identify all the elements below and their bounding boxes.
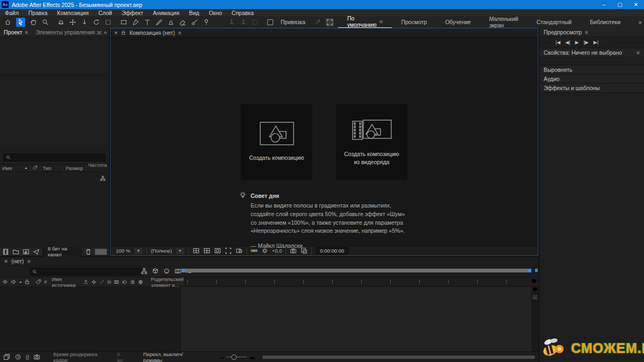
menu-view[interactable]: Вид (184, 10, 204, 16)
camera-footer-icon[interactable] (33, 353, 40, 360)
new-composition-from-footage-card[interactable]: Создать композицию из видеоряда (336, 104, 407, 180)
work-area-start-handle[interactable] (181, 269, 185, 272)
pen-tool-icon[interactable] (132, 19, 139, 26)
rectangle-tool-icon[interactable] (120, 19, 127, 26)
column-rate[interactable]: Частота ... (86, 165, 109, 172)
audio-panel-header[interactable]: Аудио (539, 75, 644, 84)
workspace-tab-standard[interactable]: Стандартный (528, 16, 581, 28)
audio-icon[interactable] (11, 279, 17, 285)
lock-icon[interactable] (121, 30, 126, 35)
text-tool-icon[interactable] (144, 19, 151, 26)
flowchart-icon[interactable] (100, 175, 106, 181)
column-number[interactable]: # (44, 279, 47, 285)
properties-panel-title[interactable]: Свойства: Ничего не выбрано (544, 49, 622, 56)
magnification-value[interactable]: 100 % (116, 248, 130, 254)
resolution-dropdown-icon[interactable]: ▾ (176, 248, 185, 254)
render-order-icon[interactable] (3, 353, 10, 360)
view-axis-icon[interactable] (252, 19, 259, 26)
column-size[interactable]: Размер (63, 165, 86, 172)
menu-help[interactable]: Справка (227, 10, 259, 16)
workspace-tab-review[interactable]: Просмотр (392, 16, 436, 28)
zoom-in-mountain-icon[interactable] (249, 353, 256, 360)
label-tag-icon[interactable] (35, 279, 41, 285)
menu-animation[interactable]: Анимация (148, 10, 184, 16)
expressions-icon[interactable]: {} (26, 354, 29, 360)
workspace-tab-small-screen[interactable]: Маленький экран (480, 16, 527, 28)
camera-tools-icon[interactable] (105, 19, 112, 26)
lock-icon[interactable] (24, 279, 30, 285)
orbit-camera-icon[interactable] (57, 19, 64, 26)
comp-tab-close-icon[interactable]: × (114, 29, 118, 36)
paper-plane-icon[interactable] (33, 248, 40, 255)
column-source-name[interactable]: Имя источника (50, 277, 78, 286)
selection-tool[interactable] (16, 18, 25, 27)
local-axis-icon[interactable] (228, 19, 235, 26)
comp-panel-menu-icon[interactable]: ≡ (178, 30, 181, 36)
solo-icon[interactable]: ● (19, 280, 21, 284)
hand-tool-icon[interactable] (30, 19, 37, 26)
rotation-tool-icon[interactable] (93, 19, 100, 26)
menu-effect[interactable]: Эффект (117, 10, 148, 16)
next-frame-icon[interactable]: |▶ (583, 40, 588, 45)
stamp-tool-icon[interactable] (167, 19, 174, 26)
home-icon[interactable] (4, 19, 11, 26)
workspace-overflow[interactable]: » (630, 16, 644, 28)
quality-switch-icon[interactable] (99, 279, 105, 285)
workspace-tab-libraries[interactable]: Библиотеки (581, 16, 630, 28)
timeline-zoom-slider[interactable] (220, 353, 256, 360)
first-frame-icon[interactable]: |◀ (555, 40, 560, 45)
scroll-marker-icon[interactable] (532, 287, 538, 292)
expand-icon[interactable] (326, 18, 334, 26)
project-item-list[interactable] (0, 172, 109, 247)
render-time-icon[interactable] (14, 353, 21, 360)
zoom-knob[interactable] (231, 354, 237, 360)
menu-composition[interactable]: Композиция (52, 10, 93, 16)
frame-blending-icon[interactable] (174, 268, 181, 275)
eye-icon[interactable] (2, 279, 8, 285)
interpret-footage-icon[interactable] (2, 248, 9, 255)
comp-button-icon[interactable] (532, 294, 538, 300)
puppet-pin-icon[interactable] (203, 19, 210, 26)
shy-switch-icon[interactable] (83, 279, 89, 285)
project-search[interactable] (3, 153, 106, 161)
draft-3d-icon[interactable] (152, 268, 159, 275)
maximize-button[interactable]: ▢ (612, 0, 628, 9)
effects-presets-panel-header[interactable]: Эффекты и шаблоны (539, 84, 644, 93)
resolution-value[interactable]: (Полное) (151, 248, 172, 254)
magnification-dropdown-icon[interactable]: ▾ (134, 248, 143, 254)
workspace-menu-icon[interactable]: ≡ (380, 19, 383, 25)
timeline-vertical-scrollbar[interactable] (531, 287, 538, 351)
comp-flowchart-icon[interactable] (141, 268, 148, 275)
tab-effect-controls[interactable]: Элементы управления эффектами (не (32, 28, 101, 36)
region-of-interest-icon[interactable] (225, 247, 232, 254)
timeline-tab-label[interactable]: (нет) (11, 258, 24, 264)
menu-edit[interactable]: Правка (24, 10, 52, 16)
new-composition-card[interactable]: Создать композицию (241, 104, 312, 180)
dolly-camera-icon[interactable] (81, 19, 88, 26)
trash-icon[interactable] (85, 248, 92, 255)
column-name[interactable]: Имя ▲ (0, 165, 30, 172)
eraser-tool-icon[interactable] (179, 19, 186, 26)
mask-visibility-icon[interactable] (214, 247, 221, 254)
motion-blur-switch-icon[interactable] (122, 279, 127, 285)
play-icon[interactable]: ▶ (575, 40, 579, 45)
world-axis-icon[interactable] (240, 19, 247, 26)
timeline-horizontal-scrollbar[interactable] (262, 356, 535, 359)
safe-zones-icon[interactable] (193, 247, 200, 254)
transparency-grid-icon[interactable] (203, 247, 210, 254)
zoom-tool-icon[interactable] (42, 19, 49, 26)
roto-brush-icon[interactable] (191, 19, 198, 26)
workspace-tab-default[interactable]: По умолчанию ≡ (338, 16, 392, 28)
column-parent[interactable]: Родительский элемент и... (149, 277, 186, 286)
column-label[interactable] (30, 165, 40, 172)
pan-camera-icon[interactable] (69, 19, 76, 26)
shrink-arrow-icon[interactable] (314, 19, 321, 26)
close-button[interactable]: ✕ (628, 0, 644, 9)
new-composition-icon[interactable] (23, 248, 30, 255)
align-panel-header[interactable]: Выровнять (539, 65, 644, 75)
timeline-search[interactable] (30, 268, 142, 276)
time-navigator-marker[interactable] (531, 279, 537, 284)
work-area-end-handle[interactable] (528, 269, 531, 272)
project-search-input[interactable] (12, 154, 103, 161)
zoom-out-mountain-icon[interactable] (220, 355, 224, 359)
